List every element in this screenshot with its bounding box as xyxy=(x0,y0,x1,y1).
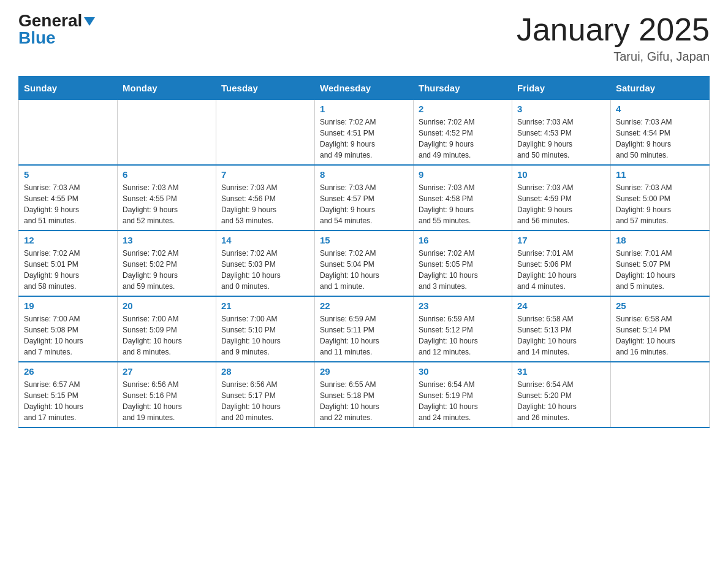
day-number: 8 xyxy=(320,169,408,180)
calendar-cell: 6Sunrise: 7:03 AM Sunset: 4:55 PM Daylig… xyxy=(118,165,216,231)
day-info: Sunrise: 7:03 AM Sunset: 4:57 PM Dayligh… xyxy=(320,182,408,226)
day-info: Sunrise: 7:03 AM Sunset: 4:55 PM Dayligh… xyxy=(123,182,211,226)
day-number: 9 xyxy=(419,169,507,180)
day-info: Sunrise: 7:00 AM Sunset: 5:08 PM Dayligh… xyxy=(24,313,112,358)
day-number: 16 xyxy=(419,235,507,245)
calendar-cell: 18Sunrise: 7:01 AM Sunset: 5:07 PM Dayli… xyxy=(611,231,710,296)
page-header: General Blue January 2025 Tarui, Gifu, J… xyxy=(18,12,710,64)
calendar-cell: 1Sunrise: 7:02 AM Sunset: 4:51 PM Daylig… xyxy=(315,100,414,166)
calendar-cell: 20Sunrise: 7:00 AM Sunset: 5:09 PM Dayli… xyxy=(118,296,216,362)
day-number: 2 xyxy=(419,104,507,114)
day-info: Sunrise: 6:55 AM Sunset: 5:18 PM Dayligh… xyxy=(320,379,408,423)
day-number: 17 xyxy=(517,235,605,245)
calendar-cell: 31Sunrise: 6:54 AM Sunset: 5:20 PM Dayli… xyxy=(512,362,611,427)
calendar-cell: 30Sunrise: 6:54 AM Sunset: 5:19 PM Dayli… xyxy=(414,362,512,427)
day-number: 4 xyxy=(616,104,704,114)
day-info: Sunrise: 6:56 AM Sunset: 5:16 PM Dayligh… xyxy=(123,379,211,423)
day-number: 27 xyxy=(123,366,211,377)
day-number: 30 xyxy=(419,366,507,377)
weekday-header-friday: Friday xyxy=(512,77,611,100)
day-number: 11 xyxy=(616,169,704,180)
calendar-cell: 23Sunrise: 6:59 AM Sunset: 5:12 PM Dayli… xyxy=(414,296,512,362)
calendar-cell: 21Sunrise: 7:00 AM Sunset: 5:10 PM Dayli… xyxy=(216,296,315,362)
calendar-cell: 15Sunrise: 7:02 AM Sunset: 5:04 PM Dayli… xyxy=(315,231,414,296)
calendar-week-row: 19Sunrise: 7:00 AM Sunset: 5:08 PM Dayli… xyxy=(19,296,710,362)
day-number: 10 xyxy=(517,169,605,180)
calendar-cell xyxy=(611,362,710,427)
calendar-table: SundayMondayTuesdayWednesdayThursdayFrid… xyxy=(18,76,710,428)
calendar-cell: 13Sunrise: 7:02 AM Sunset: 5:02 PM Dayli… xyxy=(118,231,216,296)
calendar-body: 1Sunrise: 7:02 AM Sunset: 4:51 PM Daylig… xyxy=(19,100,710,428)
day-number: 23 xyxy=(419,301,507,311)
calendar-week-row: 5Sunrise: 7:03 AM Sunset: 4:55 PM Daylig… xyxy=(19,165,710,231)
day-number: 22 xyxy=(320,301,408,311)
calendar-cell: 9Sunrise: 7:03 AM Sunset: 4:58 PM Daylig… xyxy=(414,165,512,231)
calendar-week-row: 12Sunrise: 7:02 AM Sunset: 5:01 PM Dayli… xyxy=(19,231,710,296)
day-info: Sunrise: 7:03 AM Sunset: 4:55 PM Dayligh… xyxy=(24,182,112,226)
calendar-cell: 2Sunrise: 7:02 AM Sunset: 4:52 PM Daylig… xyxy=(414,100,512,166)
calendar-cell: 8Sunrise: 7:03 AM Sunset: 4:57 PM Daylig… xyxy=(315,165,414,231)
day-number: 14 xyxy=(221,235,309,245)
day-info: Sunrise: 6:59 AM Sunset: 5:11 PM Dayligh… xyxy=(320,313,408,358)
day-info: Sunrise: 7:00 AM Sunset: 5:09 PM Dayligh… xyxy=(123,313,211,358)
calendar-cell xyxy=(216,100,315,166)
weekday-header-thursday: Thursday xyxy=(414,77,512,100)
day-number: 12 xyxy=(24,235,112,245)
day-info: Sunrise: 7:03 AM Sunset: 4:54 PM Dayligh… xyxy=(616,117,704,161)
day-info: Sunrise: 6:54 AM Sunset: 5:20 PM Dayligh… xyxy=(517,379,605,423)
calendar-cell: 16Sunrise: 7:02 AM Sunset: 5:05 PM Dayli… xyxy=(414,231,512,296)
day-info: Sunrise: 6:59 AM Sunset: 5:12 PM Dayligh… xyxy=(419,313,507,358)
day-number: 7 xyxy=(221,169,309,180)
calendar-cell: 17Sunrise: 7:01 AM Sunset: 5:06 PM Dayli… xyxy=(512,231,611,296)
day-info: Sunrise: 7:01 AM Sunset: 5:07 PM Dayligh… xyxy=(616,248,704,292)
weekday-header-tuesday: Tuesday xyxy=(216,77,315,100)
calendar-week-row: 26Sunrise: 6:57 AM Sunset: 5:15 PM Dayli… xyxy=(19,362,710,427)
day-info: Sunrise: 6:54 AM Sunset: 5:19 PM Dayligh… xyxy=(419,379,507,423)
day-info: Sunrise: 7:02 AM Sunset: 5:03 PM Dayligh… xyxy=(221,248,309,292)
day-info: Sunrise: 6:58 AM Sunset: 5:13 PM Dayligh… xyxy=(517,313,605,358)
calendar-cell: 19Sunrise: 7:00 AM Sunset: 5:08 PM Dayli… xyxy=(19,296,118,362)
logo: General Blue xyxy=(18,12,95,47)
calendar-cell: 3Sunrise: 7:03 AM Sunset: 4:53 PM Daylig… xyxy=(512,100,611,166)
day-info: Sunrise: 7:02 AM Sunset: 4:51 PM Dayligh… xyxy=(320,117,408,161)
day-info: Sunrise: 7:02 AM Sunset: 5:05 PM Dayligh… xyxy=(419,248,507,292)
calendar-cell xyxy=(19,100,118,166)
day-number: 18 xyxy=(616,235,704,245)
day-info: Sunrise: 7:03 AM Sunset: 4:56 PM Dayligh… xyxy=(221,182,309,226)
month-title: January 2025 xyxy=(517,12,710,47)
day-number: 25 xyxy=(616,301,704,311)
calendar-cell: 4Sunrise: 7:03 AM Sunset: 4:54 PM Daylig… xyxy=(611,100,710,166)
day-number: 15 xyxy=(320,235,408,245)
day-info: Sunrise: 6:56 AM Sunset: 5:17 PM Dayligh… xyxy=(221,379,309,423)
calendar-cell: 7Sunrise: 7:03 AM Sunset: 4:56 PM Daylig… xyxy=(216,165,315,231)
logo-blue-text: Blue xyxy=(18,28,56,47)
calendar-cell: 5Sunrise: 7:03 AM Sunset: 4:55 PM Daylig… xyxy=(19,165,118,231)
weekday-header-sunday: Sunday xyxy=(19,77,118,100)
calendar-cell: 25Sunrise: 6:58 AM Sunset: 5:14 PM Dayli… xyxy=(611,296,710,362)
logo-general-line: General xyxy=(18,12,95,29)
day-info: Sunrise: 7:03 AM Sunset: 4:58 PM Dayligh… xyxy=(419,182,507,226)
calendar-cell xyxy=(118,100,216,166)
calendar-cell: 27Sunrise: 6:56 AM Sunset: 5:16 PM Dayli… xyxy=(118,362,216,427)
day-info: Sunrise: 6:57 AM Sunset: 5:15 PM Dayligh… xyxy=(24,379,112,423)
calendar-cell: 12Sunrise: 7:02 AM Sunset: 5:01 PM Dayli… xyxy=(19,231,118,296)
day-number: 31 xyxy=(517,366,605,377)
day-number: 13 xyxy=(123,235,211,245)
weekday-header-monday: Monday xyxy=(118,77,216,100)
calendar-cell: 24Sunrise: 6:58 AM Sunset: 5:13 PM Dayli… xyxy=(512,296,611,362)
day-info: Sunrise: 7:03 AM Sunset: 5:00 PM Dayligh… xyxy=(616,182,704,226)
day-number: 24 xyxy=(517,301,605,311)
day-info: Sunrise: 7:02 AM Sunset: 5:02 PM Dayligh… xyxy=(123,248,211,292)
day-number: 6 xyxy=(123,169,211,180)
calendar-header: SundayMondayTuesdayWednesdayThursdayFrid… xyxy=(19,77,710,100)
day-number: 3 xyxy=(517,104,605,114)
calendar-week-row: 1Sunrise: 7:02 AM Sunset: 4:51 PM Daylig… xyxy=(19,100,710,166)
day-number: 21 xyxy=(221,301,309,311)
location: Tarui, Gifu, Japan xyxy=(517,50,710,64)
calendar-cell: 22Sunrise: 6:59 AM Sunset: 5:11 PM Dayli… xyxy=(315,296,414,362)
day-number: 19 xyxy=(24,301,112,311)
weekday-header-saturday: Saturday xyxy=(611,77,710,100)
day-number: 5 xyxy=(24,169,112,180)
day-info: Sunrise: 7:00 AM Sunset: 5:10 PM Dayligh… xyxy=(221,313,309,358)
weekday-header-wednesday: Wednesday xyxy=(315,77,414,100)
